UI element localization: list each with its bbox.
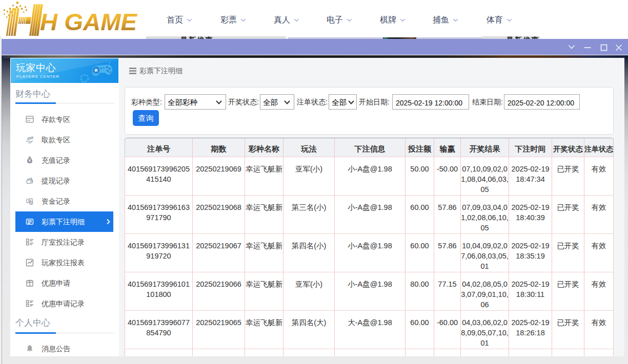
svg-text:H GAME: H GAME xyxy=(40,8,138,35)
